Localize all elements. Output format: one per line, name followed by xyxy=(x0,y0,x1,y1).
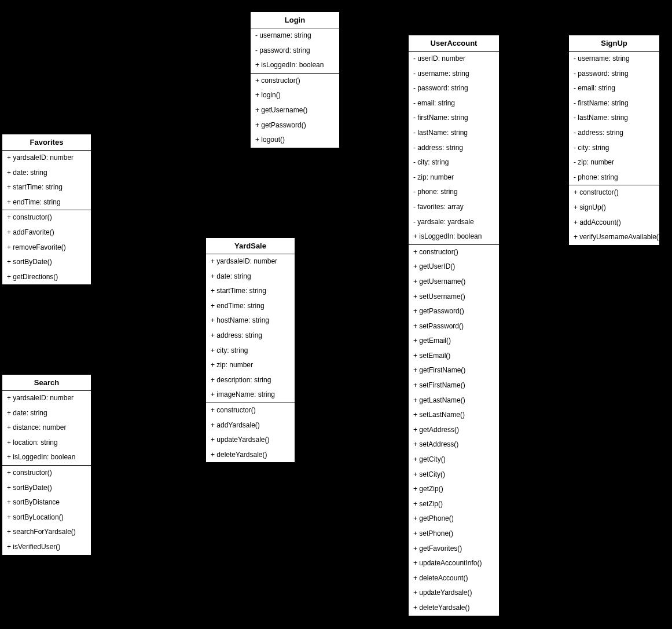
method: + sortByDate() xyxy=(2,481,91,496)
class-signup: SignUp- username: string- password: stri… xyxy=(568,35,660,246)
method: + addAccount() xyxy=(569,215,659,231)
class-login: Login- username: string- password: strin… xyxy=(250,12,340,148)
attribute: - city: string xyxy=(409,155,499,170)
method: + removeFavorite() xyxy=(2,240,91,255)
class-name: YardSale xyxy=(206,238,295,254)
attribute: + isLoggedIn: boolean xyxy=(2,450,91,465)
method: + searchForYardsale() xyxy=(2,525,91,540)
method: + getEmail() xyxy=(409,334,499,349)
attribute: - password: string xyxy=(251,43,339,58)
method: + deleteAccount() xyxy=(409,571,499,586)
class-useraccount: UserAccount- userID: number- username: s… xyxy=(408,35,500,616)
attribute: + zip: number xyxy=(206,358,295,373)
method: + getPassword() xyxy=(409,304,499,319)
method: + setFirstName() xyxy=(409,378,499,393)
methods-section: + constructor()+ addYardsale()+ updateYa… xyxy=(206,403,295,462)
attribute: + date: string xyxy=(2,406,91,421)
class-name: SignUp xyxy=(569,35,659,52)
methods-section: + constructor()+ addFavorite()+ removeFa… xyxy=(2,210,91,284)
method: + getZip() xyxy=(409,482,499,497)
method: + getPassword() xyxy=(251,118,339,133)
class-name: Login xyxy=(251,12,339,28)
attribute: + date: string xyxy=(206,269,295,284)
method: + deleteYardsale() xyxy=(206,448,295,463)
methods-section: + constructor()+ sortByDate()+ sortByDis… xyxy=(2,466,91,555)
attribute: - city: string xyxy=(569,141,659,156)
method: + constructor() xyxy=(569,185,659,200)
method: + addFavorite() xyxy=(2,225,91,240)
method: + getFavorites() xyxy=(409,542,499,557)
attribute: - username: string xyxy=(409,67,499,82)
method: + setEmail() xyxy=(409,349,499,364)
attribute: - userID: number xyxy=(409,52,499,67)
method: + getDirections() xyxy=(2,270,91,285)
attributes-section: + yardsaleID: number+ date: string+ star… xyxy=(2,151,91,210)
attribute: - favorites: array xyxy=(409,200,499,215)
attribute: - password: string xyxy=(569,67,659,82)
class-name: Favorites xyxy=(2,134,91,151)
attribute: - zip: number xyxy=(569,155,659,170)
method: + getUsername() xyxy=(409,275,499,290)
attribute: + hostName: string xyxy=(206,313,295,328)
attribute: - lastName: string xyxy=(569,111,659,126)
class-favorites: Favorites+ yardsaleID: number+ date: str… xyxy=(2,134,91,285)
attribute: - address: string xyxy=(569,126,659,141)
method: + logout() xyxy=(251,133,339,148)
attribute: + isLoggedIn: boolean xyxy=(251,58,339,73)
method: + getLastName() xyxy=(409,393,499,408)
method: + updateYardsale() xyxy=(206,433,295,448)
method: + setUsername() xyxy=(409,290,499,305)
attribute: + yardsaleID: number xyxy=(2,151,91,166)
attribute: + isLoggedIn: boolean xyxy=(409,229,499,244)
method: + deleteYardsale() xyxy=(409,601,499,616)
method: + constructor() xyxy=(251,74,339,89)
method: + setPassword() xyxy=(409,319,499,334)
attribute: - email: string xyxy=(569,81,659,96)
method: + setPhone() xyxy=(409,526,499,542)
method: + setZip() xyxy=(409,497,499,512)
attribute: + endTime: string xyxy=(206,299,295,314)
attribute: - zip: number xyxy=(409,170,499,185)
method: + getFirstName() xyxy=(409,363,499,378)
method: + getAddress() xyxy=(409,423,499,438)
class-search: Search+ yardsaleID: number+ date: string… xyxy=(2,374,91,555)
method: + getPhone() xyxy=(409,511,499,526)
method: + signUp() xyxy=(569,200,659,215)
method: + setLastName() xyxy=(409,408,499,423)
method: + setCity() xyxy=(409,467,499,482)
attribute: + distance: number xyxy=(2,420,91,436)
method: + sortByLocation() xyxy=(2,510,91,525)
class-name: Search xyxy=(2,375,91,391)
method: + getUsername() xyxy=(251,103,339,118)
attribute: - address: string xyxy=(409,141,499,156)
attributes-section: - userID: number- username: string- pass… xyxy=(409,52,499,245)
attributes-section: + yardsaleID: number+ date: string+ star… xyxy=(206,254,295,403)
attribute: - username: string xyxy=(569,52,659,67)
attribute: + startTime: string xyxy=(206,284,295,299)
attribute: - phone: string xyxy=(569,170,659,185)
method: + constructor() xyxy=(2,466,91,481)
attribute: + startTime: string xyxy=(2,180,91,195)
attribute: - password: string xyxy=(409,81,499,96)
method: + isVerifiedUser() xyxy=(2,540,91,555)
attribute: - firstName: string xyxy=(409,111,499,126)
method: + login() xyxy=(251,88,339,103)
attribute: + yardsaleID: number xyxy=(206,254,295,269)
attributes-section: - username: string- password: string+ is… xyxy=(251,28,339,74)
attribute: - yardsale: yardsale xyxy=(409,215,499,230)
class-name: UserAccount xyxy=(409,35,499,52)
method: + setAddress() xyxy=(409,437,499,452)
methods-section: + constructor()+ signUp()+ addAccount()+… xyxy=(569,185,659,244)
attribute: + endTime: string xyxy=(2,195,91,210)
attribute: + yardsaleID: number xyxy=(2,391,91,406)
method: + sortByDate() xyxy=(2,255,91,270)
methods-section: + constructor()+ getUserID()+ getUsernam… xyxy=(409,245,499,616)
attribute: - username: string xyxy=(251,28,339,43)
attributes-section: - username: string- password: string- em… xyxy=(569,52,659,185)
attributes-section: + yardsaleID: number+ date: string+ dist… xyxy=(2,391,91,466)
attribute: + description: string xyxy=(206,373,295,388)
method: + constructor() xyxy=(206,403,295,418)
method: + updateYardsale() xyxy=(409,586,499,601)
attribute: - phone: string xyxy=(409,185,499,200)
attribute: - email: string xyxy=(409,96,499,111)
